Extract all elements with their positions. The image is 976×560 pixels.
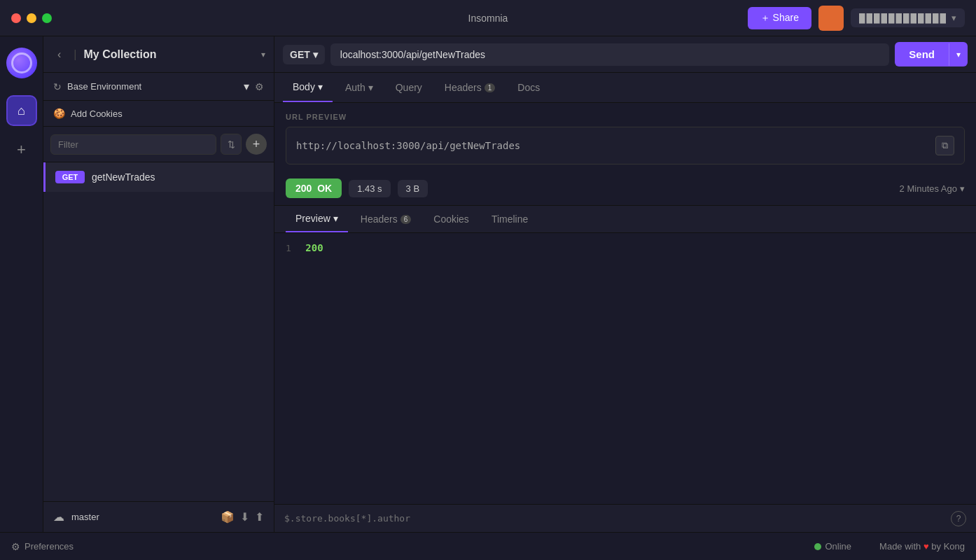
user-chevron-icon: ▾ <box>951 13 956 23</box>
env-settings-icon[interactable]: ⚙ <box>255 81 264 92</box>
line-number: 1 <box>286 243 291 253</box>
cookie-icon: 🍪 <box>53 108 65 119</box>
method-arrow-icon: ▾ <box>313 49 318 60</box>
jsonpath-input[interactable] <box>284 513 945 524</box>
tab-auth[interactable]: Auth ▾ <box>335 74 383 102</box>
method-badge: GET <box>55 171 85 183</box>
resp-tab-timeline[interactable]: Timeline <box>482 206 538 232</box>
preferences-label: Preferences <box>25 541 74 552</box>
home-button[interactable]: ⌂ <box>6 95 37 126</box>
collection-dropdown-icon[interactable]: ▾ <box>261 50 265 59</box>
resp-tab-headers[interactable]: Headers 6 <box>351 206 421 232</box>
resp-headers-label: Headers <box>361 214 398 225</box>
tab-auth-label: Auth <box>345 82 365 93</box>
made-with: Made with ♥ by Kong <box>879 541 965 552</box>
bottom-bar: ⚙ Preferences Online Made with ♥ by Kong <box>0 532 976 560</box>
maximize-button[interactable] <box>42 13 52 23</box>
resp-headers-badge: 6 <box>400 215 412 224</box>
home-icon: ⌂ <box>18 104 25 118</box>
resp-cookies-label: Cookies <box>433 214 469 225</box>
url-input[interactable] <box>330 43 890 66</box>
status-code: 200 <box>295 183 312 194</box>
method-select[interactable]: GET ▾ <box>283 45 325 64</box>
tab-docs-label: Docs <box>517 82 540 93</box>
plus-icon: + <box>17 141 26 159</box>
branch-actions: 📦 ⬇ ⬆ <box>221 510 264 524</box>
app-title: Insomnia <box>468 13 508 24</box>
env-label[interactable]: Base Environment <box>67 81 238 92</box>
response-ago-arrow: ▾ <box>960 183 965 194</box>
tab-auth-arrow: ▾ <box>368 82 373 93</box>
url-preview-label: URL PREVIEW <box>286 113 965 121</box>
sort-icon: ⇅ <box>228 139 235 150</box>
method-label: GET <box>290 49 310 60</box>
logo-inner <box>11 52 32 74</box>
headers-badge: 1 <box>484 83 496 92</box>
response-value: 200 <box>305 242 323 253</box>
tab-query[interactable]: Query <box>386 74 432 102</box>
titlebar-actions: ＋ Share ████████████ ▾ <box>748 6 965 31</box>
url-preview-section: URL PREVIEW http://localhost:3000/api/ge… <box>274 103 976 172</box>
collection-title: My Collection <box>83 48 254 61</box>
tab-headers[interactable]: Headers 1 <box>435 74 505 102</box>
avatar[interactable] <box>818 6 844 31</box>
share-button[interactable]: ＋ Share <box>748 7 811 29</box>
header-divider: | <box>74 48 76 61</box>
close-button[interactable] <box>11 13 21 23</box>
send-main-label[interactable]: Send <box>895 42 949 66</box>
resp-preview-label: Preview <box>295 213 330 224</box>
tab-headers-label: Headers <box>445 82 482 93</box>
back-button[interactable]: ‹ <box>52 46 67 64</box>
package-icon[interactable]: 📦 <box>221 510 235 524</box>
resp-tab-preview[interactable]: Preview ▾ <box>286 206 348 232</box>
branch-label: master <box>71 512 214 522</box>
resp-preview-arrow: ▾ <box>333 213 338 224</box>
resp-tab-cookies[interactable]: Cookies <box>424 206 479 232</box>
send-dropdown-icon[interactable]: ▾ <box>949 43 968 66</box>
add-request-button[interactable]: + <box>246 134 267 155</box>
response-status-bar: 200 OK 1.43 s 3 B 2 Minutes Ago ▾ <box>274 172 976 205</box>
response-body: 1 200 <box>274 233 976 504</box>
preferences-button[interactable]: ⚙ Preferences <box>11 541 74 552</box>
response-ago-label: 2 Minutes Ago <box>900 183 957 194</box>
env-dropdown-icon: ▾ <box>244 80 249 93</box>
online-dot <box>814 543 821 550</box>
tab-body-label: Body <box>293 81 315 92</box>
environment-row: ↻ Base Environment ▾ ⚙ <box>43 73 274 101</box>
user-label[interactable]: ████████████ ▾ <box>851 8 965 27</box>
send-button[interactable]: Send ▾ <box>895 42 968 66</box>
tab-docs[interactable]: Docs <box>508 74 550 102</box>
response-time: 1.43 s <box>349 180 390 197</box>
cookies-label: Add Cookies <box>71 108 123 119</box>
url-bar: GET ▾ Send ▾ <box>274 36 976 73</box>
online-status: Online <box>814 541 852 552</box>
jsonpath-bar: ? <box>274 504 976 532</box>
resp-timeline-label: Timeline <box>492 214 528 225</box>
main-layout: ⌂ + ‹ | My Collection ▾ ↻ Base Environme… <box>0 36 976 532</box>
minimize-button[interactable] <box>27 13 36 23</box>
heart-icon: ♥ <box>923 541 929 552</box>
by-kong-text: by Kong <box>931 541 965 552</box>
tab-body[interactable]: Body ▾ <box>283 73 333 102</box>
add-workspace-button[interactable]: + <box>9 137 34 162</box>
response-size: 3 B <box>398 180 428 197</box>
response-section: 200 OK 1.43 s 3 B 2 Minutes Ago ▾ Previe… <box>274 172 976 532</box>
gear-icon: ⚙ <box>11 541 20 552</box>
collection-header: ‹ | My Collection ▾ <box>43 36 274 73</box>
status-text: OK <box>317 183 332 194</box>
main-content: GET ▾ Send ▾ Body ▾ Auth ▾ Query He <box>274 36 976 532</box>
response-ago[interactable]: 2 Minutes Ago ▾ <box>900 183 965 194</box>
request-tabs: Body ▾ Auth ▾ Query Headers 1 Docs <box>274 73 976 103</box>
filter-input[interactable] <box>50 134 216 155</box>
copy-url-button[interactable]: ⧉ <box>935 136 954 155</box>
tab-query-label: Query <box>396 82 422 93</box>
push-icon[interactable]: ⬆ <box>255 510 264 524</box>
collection-sidebar: ‹ | My Collection ▾ ↻ Base Environment ▾… <box>43 36 274 532</box>
cookies-row[interactable]: 🍪 Add Cookies <box>43 101 274 127</box>
pull-icon[interactable]: ⬇ <box>240 510 249 524</box>
sort-button[interactable]: ⇅ <box>221 134 242 155</box>
request-name: getNewTrades <box>92 172 155 183</box>
refresh-icon: ↻ <box>53 81 62 92</box>
jsonpath-help-button[interactable]: ? <box>951 511 966 526</box>
request-item[interactable]: GET getNewTrades <box>43 162 274 192</box>
